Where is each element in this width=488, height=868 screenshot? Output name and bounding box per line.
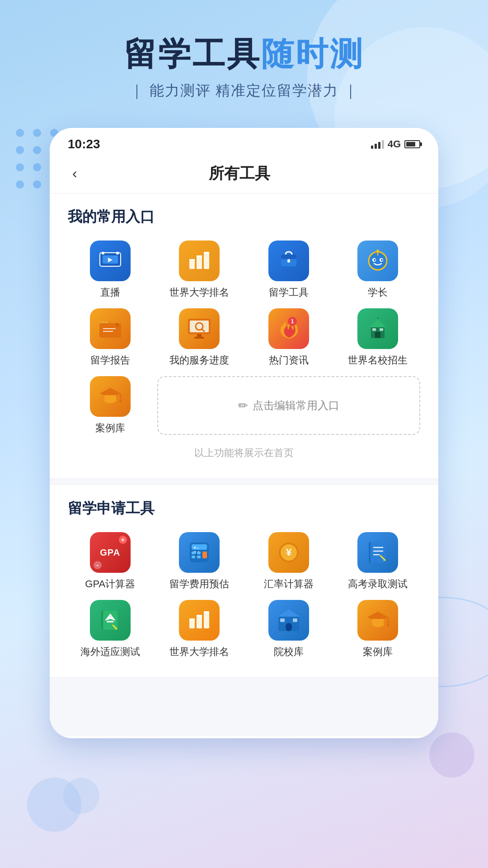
senior-icon: [357, 241, 398, 281]
svg-rect-5: [189, 260, 195, 269]
svg-point-21: [376, 250, 379, 252]
svg-text:¥: ¥: [286, 547, 292, 558]
news-label: 热门资讯: [269, 354, 309, 367]
status-time: 10:23: [68, 137, 100, 151]
live-label: 直播: [100, 286, 120, 299]
svg-rect-8: [189, 259, 195, 261]
svg-rect-53: [202, 552, 207, 558]
frequent-item-cases[interactable]: 案例库: [68, 376, 153, 435]
study-section: 留学申请工具 GPA + - GPA计算器: [50, 485, 438, 677]
study-item-schools2[interactable]: 院校库: [246, 600, 331, 659]
frequent-section-title: 我的常用入口: [68, 207, 420, 227]
svg-rect-72: [197, 616, 202, 628]
svg-rect-68: [107, 621, 114, 623]
edit-shortcut-button[interactable]: ✏ 点击编辑常用入口: [157, 376, 421, 435]
status-icons: 4G: [371, 138, 420, 150]
svg-rect-74: [189, 618, 195, 620]
svg-rect-13: [287, 259, 290, 263]
cases-icon: [90, 376, 131, 417]
cases2-label: 案例库: [363, 645, 393, 659]
svg-marker-34: [369, 319, 386, 327]
svg-rect-50: [197, 552, 201, 554]
tools-icon: [268, 241, 309, 281]
study-item-gpa[interactable]: GPA + - GPA计算器: [68, 532, 153, 591]
overseas-icon: [90, 600, 131, 641]
ranking-label: 世界大学排名: [169, 286, 229, 299]
nav-bar: ‹ 所有工具: [50, 156, 438, 193]
svg-rect-30: [194, 337, 204, 339]
frequent-item-service[interactable]: 我的服务进度: [157, 308, 242, 367]
cost-icon: + - × ÷: [179, 532, 220, 573]
frequent-item-live[interactable]: 直播: [68, 241, 153, 299]
tools-label: 留学工具: [269, 286, 309, 299]
svg-rect-7: [204, 253, 209, 269]
study-item-currency[interactable]: ¥ 汇率计算器: [246, 532, 331, 591]
svg-marker-78: [277, 609, 300, 617]
header-section: 留学工具随时测 ｜ 能力测评 精准定位留学潜力 ｜: [0, 0, 488, 119]
frequent-item-tools[interactable]: 留学工具: [246, 241, 331, 299]
svg-rect-49: [192, 552, 195, 554]
currency-label: 汇率计算器: [264, 577, 314, 591]
svg-rect-9: [197, 255, 202, 257]
svg-rect-80: [280, 618, 285, 622]
status-bar: 10:23 4G: [50, 128, 438, 156]
service-label: 我的服务进度: [169, 354, 229, 367]
study-item-cost[interactable]: + - × ÷ 留学费用预估: [157, 532, 242, 591]
svg-rect-29: [197, 334, 202, 337]
frequent-item-senior[interactable]: 学长: [336, 241, 421, 299]
svg-rect-10: [204, 252, 209, 254]
frequent-item-schools[interactable]: 世界名校招生: [336, 308, 421, 367]
svg-rect-39: [376, 337, 380, 338]
study-item-cases2[interactable]: 案例库: [336, 600, 421, 659]
battery-icon: [404, 140, 420, 148]
svg-rect-36: [375, 332, 380, 338]
ranking2-icon: [179, 600, 220, 641]
footer-hint: 以上功能将展示在首页: [68, 439, 420, 464]
gpa-icon: GPA + -: [90, 532, 131, 573]
ranking2-label: 世界大学排名: [169, 645, 229, 659]
gaokao-label: 高考录取测试: [348, 577, 408, 591]
edit-icon: ✏: [238, 399, 248, 413]
svg-rect-81: [293, 618, 297, 622]
network-label: 4G: [388, 138, 401, 150]
study-item-overseas[interactable]: 海外适应测试: [68, 600, 153, 659]
phone-frame: 10:23 4G ‹ 所有工具 我的常用入口: [50, 128, 438, 738]
currency-icon: ¥: [268, 532, 309, 573]
report-icon: [90, 308, 131, 349]
svg-rect-76: [204, 611, 209, 613]
gpa-label: GPA计算器: [85, 577, 135, 591]
study-section-title: 留学申请工具: [68, 499, 420, 519]
report-label: 留学报告: [90, 354, 130, 367]
frequent-item-ranking[interactable]: 世界大学排名: [157, 241, 242, 299]
gaokao-icon: [357, 532, 398, 573]
title-part1: 留学工具: [124, 36, 261, 72]
svg-rect-51: [192, 556, 195, 558]
svg-rect-37: [372, 328, 376, 331]
schools-label: 世界名校招生: [348, 354, 408, 367]
svg-rect-79: [286, 623, 292, 631]
frequent-icon-grid: 直播 世界大学排名: [68, 241, 420, 435]
svg-point-84: [387, 624, 389, 627]
live-icon: [90, 241, 131, 281]
study-item-ranking[interactable]: 世界大学排名: [157, 600, 242, 659]
cost-label: 留学费用预估: [169, 577, 229, 591]
frequent-item-report[interactable]: 留学报告: [68, 308, 153, 367]
svg-rect-38: [380, 328, 383, 331]
schools-icon: [357, 308, 398, 349]
frequent-item-news[interactable]: 1 热门资讯: [246, 308, 331, 367]
main-title: 留学工具随时测: [27, 36, 461, 72]
back-button[interactable]: ‹: [68, 163, 82, 184]
cases2-icon: [357, 600, 398, 641]
cases-label: 案例库: [95, 421, 125, 435]
signal-icon: [371, 140, 384, 149]
main-subtitle: ｜ 能力测评 精准定位留学潜力 ｜: [27, 81, 461, 101]
frequent-section: 我的常用入口 直播: [50, 193, 438, 478]
svg-text:1: 1: [291, 318, 294, 325]
news-icon: 1: [268, 308, 309, 349]
svg-point-19: [381, 259, 383, 261]
svg-rect-52: [197, 556, 201, 558]
study-item-gaokao[interactable]: 高考录取测试: [336, 532, 421, 591]
edit-shortcut-label: 点击编辑常用入口: [253, 398, 339, 413]
ranking-icon: [179, 241, 220, 281]
schools2-label: 院校库: [274, 645, 304, 659]
